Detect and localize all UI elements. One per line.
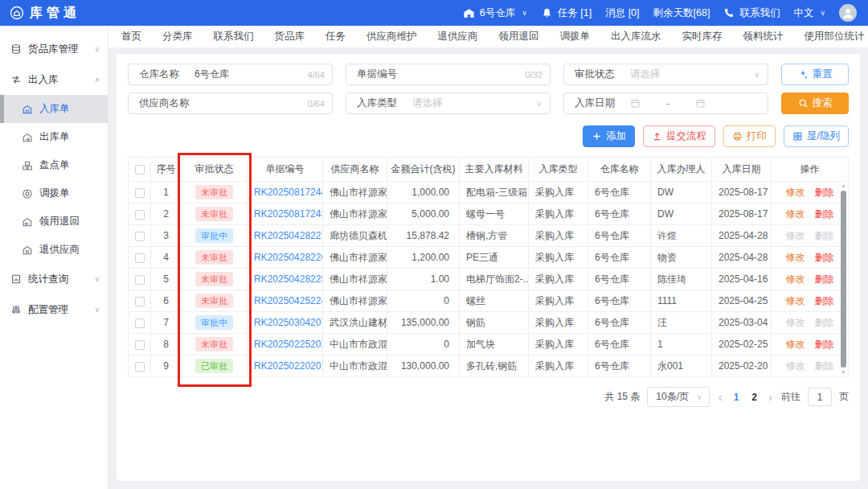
column-header: 入库日期 (712, 158, 772, 182)
supplier-cell: 中山市市政混... (323, 355, 387, 377)
prev-page-button[interactable]: ‹ (717, 391, 724, 403)
page-number-2[interactable]: 2 (749, 392, 760, 403)
sidebar-group-货品库管理[interactable]: 货品库管理∨ (0, 34, 108, 64)
table-header-row: 序号审批状态单据编号供应商名称金额合计(含税)主要入库材料入库类型仓库名称入库办… (129, 158, 849, 182)
sidebar-group-label: 出入库 (28, 73, 88, 87)
print-button[interactable]: 打印 (723, 125, 776, 147)
operations-cell: 修改删除 (772, 334, 849, 355)
delete-link[interactable]: 删除 (815, 187, 834, 198)
row-checkbox[interactable] (135, 340, 145, 350)
avatar[interactable] (839, 4, 857, 22)
tab-使用部位统计[interactable]: 使用部位统计 (794, 26, 868, 47)
row-checkbox[interactable] (135, 253, 145, 263)
supplier-name-input[interactable] (194, 98, 301, 109)
sidebar-group-配置管理[interactable]: 配置管理∨ (0, 294, 108, 325)
search-button[interactable]: 搜索 (781, 92, 849, 114)
doc-no-input[interactable] (412, 69, 518, 80)
inbound-type-select[interactable]: 请选择 (412, 97, 536, 110)
doc-no-link[interactable]: RK20250428226 (254, 252, 323, 263)
date-range-picker[interactable]: - (630, 98, 768, 109)
inbound-type-cell: 采购入库 (529, 334, 588, 355)
handler-cell: 陈佳琦 (651, 269, 712, 290)
edit-link[interactable]: 修改 (786, 273, 805, 285)
sidebar-item-出库单[interactable]: 出库单 (0, 123, 108, 151)
tab-退供应商[interactable]: 退供应商 (428, 26, 489, 47)
approval-status-cell: 未审批 (182, 334, 248, 355)
sidebar-item-领用退回[interactable]: 领用退回 (0, 208, 108, 236)
tab-货品库[interactable]: 货品库 (264, 26, 316, 47)
char-counter: 4/64 (301, 70, 332, 80)
doc-no-link[interactable]: RK20250220201 (254, 360, 323, 372)
row-checkbox[interactable] (135, 188, 145, 198)
tab-首页[interactable]: 首页 (111, 26, 152, 47)
sidebar-item-入库单[interactable]: 入库单 (0, 95, 108, 123)
page-size-select[interactable]: 10条/页 ∨ (647, 387, 709, 407)
tab-分类库[interactable]: 分类库 (152, 26, 203, 47)
delete-link[interactable]: 删除 (815, 252, 834, 263)
doc-no-link[interactable]: RK20250817243 (254, 208, 323, 220)
tab-领料统计[interactable]: 领料统计 (733, 26, 794, 47)
delete-link[interactable]: 删除 (815, 273, 834, 285)
tab-联系我们[interactable]: 联系我们 (203, 26, 264, 47)
reset-button[interactable]: 重置 (781, 64, 849, 85)
delete-link[interactable]: 删除 (815, 208, 834, 220)
row-checkbox[interactable] (135, 318, 145, 328)
messages-link[interactable]: 消息 [0] (605, 6, 639, 20)
row-checkbox[interactable] (135, 275, 145, 285)
scroll-down-icon[interactable]: ▼ (841, 369, 846, 376)
sidebar-item-调拨单[interactable]: 调拨单 (0, 179, 108, 208)
tab-实时库存[interactable]: 实时库存 (672, 26, 733, 47)
sidebar-item-盘点单[interactable]: 盘点单 (0, 151, 108, 179)
pagination: 共 15 条 10条/页 ∨ ‹ 12 › 前往 页 (128, 387, 849, 407)
checkbox-cell (129, 247, 151, 269)
row-checkbox[interactable] (135, 362, 145, 372)
edit-link[interactable]: 修改 (786, 208, 805, 220)
tab-供应商维护[interactable]: 供应商维护 (356, 26, 428, 47)
scrollbar-thumb[interactable] (841, 191, 846, 368)
delete-link[interactable]: 删除 (815, 339, 834, 350)
tasks-link[interactable]: 任务 [1] (541, 6, 592, 20)
sidebar-group-统计查询[interactable]: 统计查询∨ (0, 264, 108, 294)
row-checkbox[interactable] (135, 232, 145, 241)
column-header: 主要入库材料 (460, 158, 529, 182)
material-cell: 加气块 (460, 334, 529, 355)
char-counter: 0/64 (301, 99, 332, 109)
sidebar-group-出入库[interactable]: 出入库∧ (0, 64, 108, 95)
warehouse-name-input[interactable] (194, 69, 301, 80)
calendar-icon (630, 98, 641, 109)
table-row: 9已审批RK20250220201中山市市政混...130,000.00多孔砖,… (129, 355, 849, 377)
tab-出入库流水[interactable]: 出入库流水 (600, 26, 672, 47)
supplier-cell: 佛山市祥源家... (323, 182, 387, 203)
contact-link[interactable]: 联系我们 (723, 6, 780, 20)
doc-no-link[interactable]: RK20250817244 (254, 187, 323, 198)
toggle-columns-button[interactable]: 显/隐列 (784, 125, 849, 147)
scroll-up-icon[interactable]: ▲ (841, 183, 846, 189)
tab-调拨单[interactable]: 调拨单 (550, 26, 601, 47)
sidebar-item-退供应商[interactable]: 退供应商 (0, 236, 108, 264)
table-scrollbar[interactable]: ▲ ▼ (840, 183, 847, 376)
doc-no-link[interactable]: RK20250225202 (254, 339, 323, 350)
goto-page-input[interactable] (808, 388, 832, 406)
doc-no-link[interactable]: RK20250425224 (254, 295, 323, 306)
doc-no-link[interactable]: RK20250304207 (254, 317, 323, 328)
select-all-checkbox[interactable] (135, 165, 145, 175)
doc-no-link[interactable]: RK20250428225 (254, 273, 323, 285)
language-switcher[interactable]: 中文 ∨ (793, 6, 825, 20)
edit-link[interactable]: 修改 (786, 339, 805, 350)
tab-领用退回[interactable]: 领用退回 (489, 26, 550, 47)
add-button[interactable]: 添加 (583, 125, 635, 147)
warehouse-switcher[interactable]: 6号仓库 ∨ (463, 6, 527, 20)
delete-link[interactable]: 删除 (815, 295, 834, 306)
inbound-type-cell: 采购入库 (529, 247, 588, 269)
page-number-1[interactable]: 1 (731, 392, 742, 403)
submit-flow-button[interactable]: 提交流程 (643, 125, 715, 147)
edit-link[interactable]: 修改 (786, 252, 805, 263)
doc-no-link[interactable]: RK20250428227 (254, 230, 323, 241)
tab-任务[interactable]: 任务 (315, 26, 356, 47)
row-checkbox[interactable] (135, 210, 145, 220)
next-page-button[interactable]: › (767, 391, 774, 403)
approval-status-select[interactable]: 请选择 (630, 68, 754, 81)
row-checkbox[interactable] (135, 297, 145, 306)
edit-link[interactable]: 修改 (786, 187, 805, 198)
edit-link[interactable]: 修改 (786, 295, 805, 306)
